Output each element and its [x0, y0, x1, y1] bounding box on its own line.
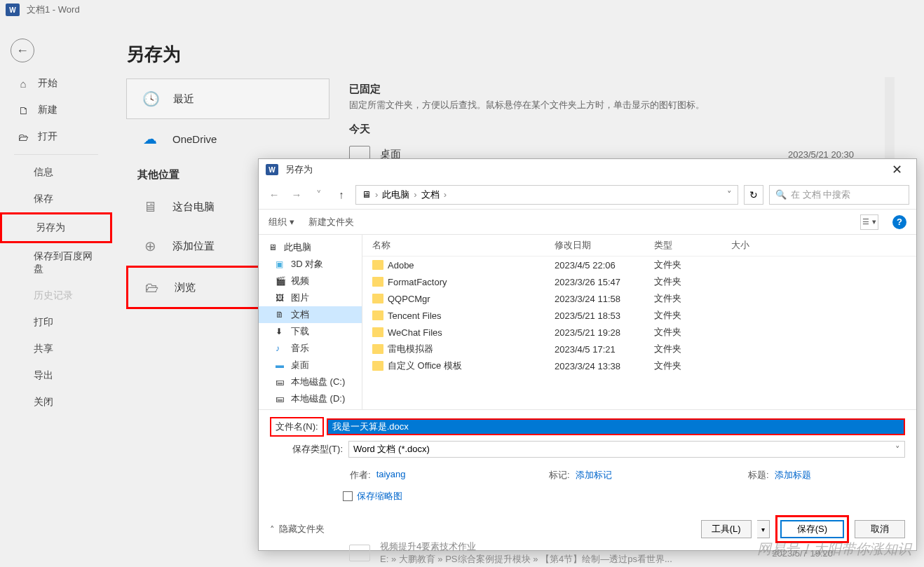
search-input[interactable]: 🔍 在 文档 中搜索 — [769, 185, 909, 205]
address-bar[interactable]: 🖥 › 此电脑 › 文档 › ˅ — [355, 185, 738, 205]
tree-item[interactable]: ▬桌面 — [259, 357, 362, 374]
tree-item[interactable]: 🖼图片 — [259, 289, 362, 306]
filetype-select[interactable]: Word 文档 (*.docx) ˅ — [348, 441, 905, 458]
tree-item[interactable]: 🖴本地磁盘 (C:) — [259, 374, 362, 390]
dialog-close-button[interactable]: ✕ — [885, 162, 909, 177]
tree-root-thispc[interactable]: 🖥此电脑 — [259, 239, 362, 256]
new-folder-button[interactable]: 新建文件夹 — [308, 216, 354, 228]
folder-icon — [372, 361, 383, 371]
nav-home[interactable]: ⌂开始 — [0, 70, 112, 97]
thumbnail-label: 保存缩略图 — [357, 490, 402, 503]
col-name[interactable]: 名称 — [372, 239, 555, 252]
author-value[interactable]: taiyang — [376, 469, 406, 481]
chevron-down-icon: ˄ — [270, 524, 275, 535]
filename-input[interactable] — [327, 418, 905, 435]
chevron-down-icon[interactable]: ˅ — [727, 189, 732, 200]
3d-icon: ▣ — [276, 259, 287, 269]
meta-row: 作者:taiyang 标记:添加标记 标题:添加标题 — [259, 466, 916, 484]
tags-label: 标记: — [549, 469, 570, 481]
view-mode-button[interactable]: ☰ ▾ — [860, 214, 878, 230]
tree-item[interactable]: 🎬视频 — [259, 273, 362, 289]
file-row[interactable]: FormatFactory2023/3/26 15:47文件夹 — [362, 273, 916, 290]
partial-line1: 视频提升4要素技术作业 — [380, 540, 672, 553]
title-meta-value[interactable]: 添加标题 — [775, 469, 811, 481]
help-button[interactable]: ? — [892, 215, 906, 229]
file-row[interactable]: QQPCMgr2023/3/24 11:58文件夹 — [362, 290, 916, 307]
folder-icon — [372, 277, 383, 287]
nav-print[interactable]: 打印 — [0, 309, 112, 336]
folder-icon — [372, 327, 383, 337]
nav-info[interactable]: 信息 — [0, 159, 112, 186]
tree-item[interactable]: ♪音乐 — [259, 340, 362, 357]
download-icon: ⬇ — [276, 327, 287, 336]
save-button[interactable]: 保存(S) — [780, 520, 844, 538]
clock-icon: 🕓 — [141, 89, 161, 109]
folder-icon — [372, 344, 383, 354]
nav-export[interactable]: 导出 — [0, 362, 112, 389]
pinned-title: 已固定 — [349, 83, 875, 96]
location-recent[interactable]: 🕓 最近 — [126, 78, 329, 119]
tree-item-documents[interactable]: 🗎文档 — [259, 306, 362, 323]
nav-up-button[interactable]: ↑ — [333, 186, 350, 203]
file-row[interactable]: Adobe2023/4/5 22:06文件夹 — [362, 257, 916, 273]
title-meta-label: 标题: — [748, 469, 769, 481]
col-type[interactable]: 类型 — [654, 239, 731, 252]
left-nav: ⌂开始 🗋新建 🗁打开 信息 保存 另存为 保存到百度网盘 历史记录 打印 共享… — [0, 70, 112, 416]
folder-open-icon: 🗁 — [17, 130, 29, 143]
tree-panel: 🖥此电脑 ▣3D 对象 🎬视频 🖼图片 🗎文档 ⬇下载 ♪音乐 ▬桌面 🖴本地磁… — [259, 235, 362, 409]
search-icon: 🔍 — [775, 189, 787, 200]
nav-back-button[interactable]: ← — [266, 186, 283, 203]
pc-icon: 🖥 — [362, 189, 371, 200]
pc-icon: 🖥 — [140, 197, 160, 217]
dialog-fields: 文件名(N): 保存类型(T): Word 文档 (*.docx) ˅ — [259, 409, 916, 466]
add-place-icon: ⊕ — [140, 236, 160, 256]
music-icon: ♪ — [276, 343, 287, 353]
tools-button[interactable]: 工具(L) — [701, 520, 752, 538]
page-title: 另存为 — [126, 42, 181, 67]
pictures-icon: 🖼 — [276, 293, 287, 303]
partial-line2: E: » 大鹏教育 » PS综合案例提升模块 » 【第4节】绘制—透过ps看世界… — [380, 553, 672, 566]
nav-open[interactable]: 🗁打开 — [0, 123, 112, 150]
title-bar-text: 文档1 - Word — [27, 4, 80, 16]
location-onedrive[interactable]: ☁ OneDrive — [126, 119, 329, 158]
file-row[interactable]: Tencent Files2023/5/21 18:53文件夹 — [362, 307, 916, 324]
dialog-titlebar: W 另存为 ✕ — [259, 159, 916, 180]
nav-close[interactable]: 关闭 — [0, 389, 112, 416]
thumbnail-checkbox-row[interactable]: 保存缩略图 — [259, 484, 916, 508]
col-date[interactable]: 修改日期 — [555, 239, 654, 252]
nav-saveas[interactable]: 另存为 — [0, 212, 112, 243]
file-row[interactable]: WeChat Files2023/5/21 19:28文件夹 — [362, 324, 916, 341]
tree-item[interactable]: ⬇下载 — [259, 323, 362, 340]
filename-label: 文件名(N): — [270, 417, 324, 437]
checkbox-icon[interactable] — [343, 491, 353, 501]
nav-new[interactable]: 🗋新建 — [0, 97, 112, 123]
pinned-desc: 固定所需文件夹，方便以后查找。鼠标悬停在某个文件夹上方时，单击显示的图钉图标。 — [349, 99, 875, 111]
file-row[interactable]: 雷电模拟器2023/4/5 17:21文件夹 — [362, 341, 916, 357]
back-button[interactable]: ← — [11, 39, 34, 62]
nav-save[interactable]: 保存 — [0, 186, 112, 212]
tags-value[interactable]: 添加标记 — [576, 469, 612, 481]
refresh-button[interactable]: ↻ — [744, 185, 763, 205]
tree-item[interactable]: 🖴本地磁盘 (D:) — [259, 390, 362, 407]
today-title: 今天 — [349, 123, 875, 136]
cancel-button[interactable]: 取消 — [855, 520, 905, 538]
word-app-icon: W — [266, 164, 278, 175]
file-list-header: 名称 修改日期 类型 大小 — [362, 235, 916, 257]
word-app-icon: W — [6, 4, 20, 16]
partial-folder-row[interactable]: 视频提升4要素技术作业 E: » 大鹏教育 » PS综合案例提升模块 » 【第4… — [349, 540, 833, 566]
tree-item[interactable]: ▣3D 对象 — [259, 256, 362, 273]
nav-share[interactable]: 共享 — [0, 336, 112, 362]
disk-icon: 🖴 — [276, 394, 287, 404]
folder-icon — [372, 294, 383, 303]
author-label: 作者: — [350, 469, 371, 481]
hide-folders-toggle[interactable]: ˄隐藏文件夹 — [270, 523, 325, 535]
col-size[interactable]: 大小 — [731, 239, 787, 252]
tools-dropdown[interactable]: ▾ — [757, 520, 770, 538]
organize-button[interactable]: 组织 ▾ — [269, 216, 294, 228]
nav-recent-drop[interactable]: ˅ — [311, 186, 327, 203]
nav-save-baidu[interactable]: 保存到百度网盘 — [0, 243, 112, 282]
dialog-toolbar: 组织 ▾ 新建文件夹 ☰ ▾ ? — [259, 210, 916, 235]
file-row[interactable]: 自定义 Office 模板2023/3/24 13:38文件夹 — [362, 357, 916, 374]
chevron-down-icon: ˅ — [895, 444, 900, 455]
nav-forward-button[interactable]: → — [288, 186, 305, 203]
